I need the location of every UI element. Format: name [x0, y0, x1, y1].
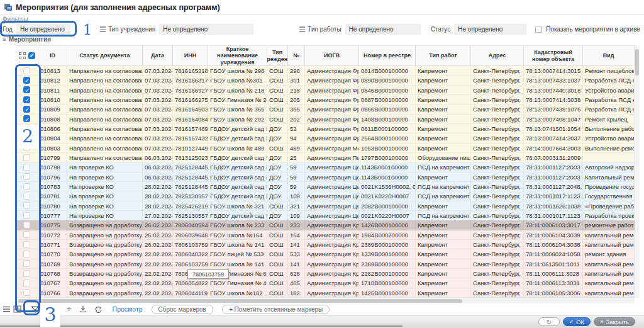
table-row[interactable]: 010812Направлено на согласование07.03.20…	[16, 76, 635, 85]
column-header-cad[interactable]: Кадастровый номер объекта	[524, 46, 583, 65]
cell-name: ГБОУ школа № 141	[208, 259, 267, 268]
horizontal-scrollbar-thumb[interactable]	[18, 299, 462, 303]
refresh-button[interactable]: ↻	[538, 317, 560, 326]
cell-status: Направлено на согласование	[67, 124, 143, 133]
select-all-checkbox[interactable]	[28, 52, 35, 59]
table-row[interactable]: 010781На проверке КО28.02.20247825130557…	[16, 191, 635, 201]
view-link[interactable]: Просмотр	[113, 305, 143, 313]
vertical-scrollbar-thumb[interactable]	[635, 49, 639, 76]
cell-id: 010780	[38, 201, 67, 210]
cell-inn: 7806040594	[173, 220, 208, 229]
table-row[interactable]: 010811Направлено на согласование07.03.20…	[16, 86, 635, 95]
table-row[interactable]: 010769Возвращено на доработку22.02.20247…	[16, 259, 635, 269]
archive-checkbox[interactable]	[535, 26, 542, 33]
cell-kind: капитальный ремонт пу	[583, 269, 635, 278]
cell-address: Санкт-Петербург,	[471, 201, 524, 210]
cell-registry: 1797B000100000	[359, 153, 416, 162]
cell-iogv: Администрация Фрунзе	[305, 95, 359, 104]
select-mode-grid-icon[interactable]	[19, 52, 26, 59]
column-header-address[interactable]: Адрес	[471, 46, 524, 65]
table-row[interactable]: 010775Возвращено на доработку26.02.20247…	[16, 220, 635, 230]
title-bar: Мероприятия (для заполнения адресных про…	[0, 0, 644, 15]
table-row[interactable]: 010780На проверке КО28.02.20247825426219…	[16, 201, 635, 211]
table-row[interactable]: 010777На проверке КО27.02.20247825130557…	[16, 211, 635, 220]
table-row[interactable]: 010799Направлено на согласование06.03.20…	[16, 153, 635, 162]
table-row[interactable]: 010783На проверке КО28.02.20247825128445…	[16, 182, 635, 191]
cell-date: 06.03.2024	[143, 172, 173, 181]
mark-filtered-button[interactable]: + Пометить отсеянные маркеры	[222, 305, 330, 314]
cell-status: Возвращено на доработку	[67, 230, 143, 239]
table-row[interactable]: 010770Возвращено на доработку22.02.20247…	[16, 249, 635, 259]
column-header-inn[interactable]: ИНН	[173, 46, 208, 65]
table-row[interactable]: 010813Направлено на согласование07.03.20…	[16, 66, 635, 76]
cell-work: Капремонт	[416, 105, 471, 113]
table-row[interactable]: 010798На проверке КО06.03.20247825128445…	[16, 162, 635, 172]
add-icon[interactable]: +	[67, 305, 72, 313]
cell-id: 010810	[38, 95, 67, 104]
column-header-num[interactable]: №	[288, 46, 305, 65]
table-row[interactable]: 010806Направлено на согласование07.03.20…	[16, 124, 635, 133]
download-icon[interactable]	[79, 305, 87, 313]
cell-num: 202	[288, 115, 305, 123]
cell-address: Санкт-Петербург,	[471, 172, 524, 181]
table-row[interactable]: 010810Направлено на согласование07.03.20…	[16, 95, 635, 105]
cell-date: 22.02.2024	[143, 259, 173, 268]
cell-status: Направлено на согласование	[67, 105, 143, 113]
vertical-scrollbar[interactable]	[635, 45, 640, 298]
column-header-date[interactable]: Дата	[143, 46, 173, 65]
table-body: 010813Направлено на согласование07.03.20…	[16, 66, 635, 298]
ok-button[interactable]: ✓ОК	[563, 317, 591, 326]
cell-type: СОШ	[267, 278, 288, 287]
status-filter-input[interactable]: Не определено	[454, 24, 526, 35]
cell-status: Направлено на согласование	[67, 95, 143, 104]
column-header-iogv[interactable]: ИОГВ	[305, 46, 359, 65]
cell-date: 26.02.2024	[143, 230, 173, 239]
horizontal-scrollbar[interactable]	[16, 298, 635, 303]
institution-type-filter-input[interactable]: Не определено	[159, 24, 253, 35]
table-row[interactable]: 010767Возвращено на доработку22.02.20247…	[16, 278, 635, 288]
cell-cad: 78:13:0007414:3037	[524, 133, 583, 142]
select-column-header[interactable]	[16, 46, 38, 65]
column-header-registry[interactable]: Номер в реестре	[359, 46, 416, 65]
table-row[interactable]: 010771Возвращено на доработку26.02.20247…	[16, 240, 635, 249]
column-header-kind[interactable]: Вид	[583, 46, 635, 65]
events-section-header[interactable]: ≡ Мероприятия	[3, 36, 51, 43]
table-row[interactable]: 010803Направлено на согласование07.03.20…	[16, 144, 635, 153]
cell-num: 59	[288, 172, 305, 181]
table-row[interactable]: 010766Возвращено на доработку22.02.20247…	[16, 288, 635, 298]
refresh-icon[interactable]	[94, 305, 103, 313]
cell-date: 22.02.2024	[143, 278, 173, 287]
column-header-type[interactable]: Тип учреждения	[267, 46, 288, 65]
list-view-icon[interactable]	[3, 305, 11, 313]
table-row[interactable]: 010768Возвращено на доработку22.02.20247…	[16, 269, 635, 278]
check-icon: ✓	[569, 319, 574, 325]
cell-work: ПСД на капремонт	[416, 162, 471, 171]
work-type-filter-input[interactable]: Не определено	[345, 24, 421, 35]
table-row[interactable]: 010808Направлено на согласование07.03.20…	[16, 115, 635, 124]
column-header-work[interactable]: Тип работ	[416, 46, 471, 65]
column-header-id[interactable]: ID	[38, 46, 67, 65]
cell-iogv: Администрация Фрунзе	[305, 86, 359, 94]
table-header: IDСтатус документаДатаИННКраткое наимено…	[16, 45, 635, 66]
close-button[interactable]: ×Закрыть	[594, 317, 635, 326]
lookup-list-icon	[297, 26, 305, 32]
column-header-status[interactable]: Статус документа	[67, 46, 143, 65]
table-row[interactable]: 010796На проверке КО06.03.20247825128445…	[16, 172, 635, 182]
cell-num: 94	[288, 133, 305, 142]
cell-registry: 1426B000100000	[359, 220, 416, 229]
events-section-label: Мероприятия	[9, 36, 51, 43]
cell-inn: 7825128445	[173, 162, 208, 171]
cell-type: СОШ	[267, 86, 288, 94]
cell-status: Возвращено на доработку	[67, 259, 143, 268]
reset-markers-button[interactable]: Сброс маркеров	[152, 305, 213, 314]
cell-cad: 78:13:0741501:1054	[524, 124, 583, 133]
column-header-name[interactable]: Краткое наименование учреждения	[208, 46, 267, 65]
table-row[interactable]: 010804Направлено на согласование07.03.20…	[16, 133, 635, 143]
cell-num: 182	[288, 288, 305, 297]
cell-cad: 78:11:0006105:3006	[524, 288, 583, 297]
cell-status: Направлено на согласование	[67, 66, 143, 75]
cell-iogv: Администрация Фрунзе	[305, 76, 359, 84]
table-row[interactable]: 010809Направлено на согласование07.03.20…	[16, 105, 635, 114]
cell-iogv: Администрация Фрунзе	[305, 115, 359, 123]
table-row[interactable]: 010772Возвращено на доработку26.02.20247…	[16, 230, 635, 240]
